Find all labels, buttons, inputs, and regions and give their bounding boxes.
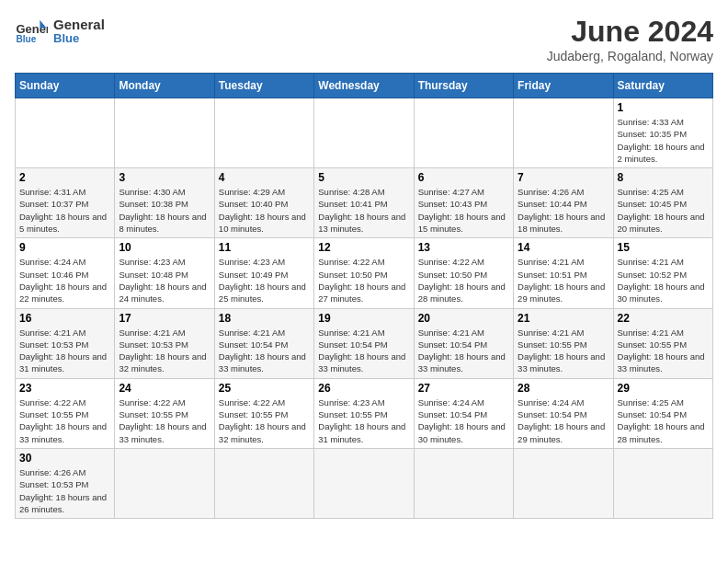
day-number: 20 [418, 312, 509, 325]
day-info: Sunrise: 4:22 AM Sunset: 10:50 PM Daylig… [418, 256, 509, 304]
calendar-day: 5Sunrise: 4:28 AM Sunset: 10:41 PM Dayli… [314, 168, 414, 238]
calendar-table: SundayMondayTuesdayWednesdayThursdayFrid… [15, 73, 713, 519]
day-number: 22 [618, 312, 709, 325]
day-number: 4 [219, 171, 310, 184]
day-info: Sunrise: 4:24 AM Sunset: 10:54 PM Daylig… [518, 396, 609, 445]
day-info: Sunrise: 4:23 AM Sunset: 10:55 PM Daylig… [318, 396, 409, 445]
calendar-day: 12Sunrise: 4:22 AM Sunset: 10:50 PM Dayl… [314, 238, 414, 308]
calendar-day: 27Sunrise: 4:24 AM Sunset: 10:54 PM Dayl… [414, 378, 513, 448]
calendar-day: 25Sunrise: 4:22 AM Sunset: 10:55 PM Dayl… [214, 378, 313, 448]
day-number: 9 [19, 241, 110, 254]
calendar-day: 15Sunrise: 4:21 AM Sunset: 10:52 PM Dayl… [613, 238, 712, 308]
day-info: Sunrise: 4:22 AM Sunset: 10:55 PM Daylig… [19, 396, 110, 445]
day-info: Sunrise: 4:23 AM Sunset: 10:48 PM Daylig… [119, 256, 210, 304]
weekday-header: Tuesday [214, 74, 313, 98]
day-info: Sunrise: 4:23 AM Sunset: 10:49 PM Daylig… [219, 256, 310, 304]
weekday-header: Thursday [414, 74, 513, 98]
day-number: 26 [318, 382, 409, 395]
day-number: 15 [618, 241, 709, 254]
day-number: 29 [618, 382, 709, 395]
empty-day [314, 448, 414, 518]
calendar-day: 4Sunrise: 4:29 AM Sunset: 10:40 PM Dayli… [214, 168, 313, 238]
day-info: Sunrise: 4:21 AM Sunset: 10:53 PM Daylig… [19, 327, 110, 375]
calendar-day: 22Sunrise: 4:21 AM Sunset: 10:55 PM Dayl… [613, 308, 712, 378]
calendar-day: 11Sunrise: 4:23 AM Sunset: 10:49 PM Dayl… [214, 238, 313, 308]
empty-day [115, 98, 214, 168]
day-number: 1 [618, 101, 709, 114]
calendar-day: 28Sunrise: 4:24 AM Sunset: 10:54 PM Dayl… [514, 378, 613, 448]
empty-day [514, 448, 613, 518]
logo: General Blue General Blue [15, 15, 105, 48]
logo-general-text: General [53, 17, 105, 33]
empty-day [414, 98, 513, 168]
calendar-day: 16Sunrise: 4:21 AM Sunset: 10:53 PM Dayl… [16, 308, 115, 378]
day-info: Sunrise: 4:26 AM Sunset: 10:53 PM Daylig… [19, 466, 110, 515]
day-number: 25 [219, 382, 310, 395]
weekday-header: Friday [514, 74, 613, 98]
day-info: Sunrise: 4:21 AM Sunset: 10:53 PM Daylig… [119, 327, 210, 375]
day-number: 19 [318, 312, 409, 325]
day-number: 21 [518, 312, 609, 325]
day-number: 7 [518, 171, 609, 184]
day-info: Sunrise: 4:24 AM Sunset: 10:46 PM Daylig… [19, 256, 110, 304]
calendar-day: 26Sunrise: 4:23 AM Sunset: 10:55 PM Dayl… [314, 378, 414, 448]
weekday-header: Wednesday [314, 74, 414, 98]
day-number: 27 [418, 382, 509, 395]
day-number: 11 [219, 241, 310, 254]
day-info: Sunrise: 4:21 AM Sunset: 10:54 PM Daylig… [418, 327, 509, 375]
day-number: 12 [318, 241, 409, 254]
empty-day [514, 98, 613, 168]
day-number: 3 [119, 171, 210, 184]
location-subtitle: Judaberg, Rogaland, Norway [547, 49, 713, 63]
day-info: Sunrise: 4:21 AM Sunset: 10:54 PM Daylig… [318, 327, 409, 375]
day-info: Sunrise: 4:26 AM Sunset: 10:44 PM Daylig… [518, 186, 609, 235]
day-number: 30 [19, 452, 110, 465]
svg-text:Blue: Blue [16, 34, 36, 44]
calendar-day: 1Sunrise: 4:33 AM Sunset: 10:35 PM Dayli… [613, 98, 712, 168]
page-header: General Blue General Blue June 2024 Juda… [15, 15, 713, 63]
day-number: 16 [19, 312, 110, 325]
weekday-header: Sunday [16, 74, 115, 98]
day-number: 8 [618, 171, 709, 184]
day-info: Sunrise: 4:22 AM Sunset: 10:55 PM Daylig… [219, 396, 310, 445]
empty-day [214, 448, 313, 518]
day-info: Sunrise: 4:25 AM Sunset: 10:54 PM Daylig… [618, 396, 709, 445]
calendar-day: 6Sunrise: 4:27 AM Sunset: 10:43 PM Dayli… [414, 168, 513, 238]
logo-blue-text: Blue [53, 32, 105, 45]
day-info: Sunrise: 4:22 AM Sunset: 10:50 PM Daylig… [318, 256, 409, 304]
calendar-day: 23Sunrise: 4:22 AM Sunset: 10:55 PM Dayl… [16, 378, 115, 448]
empty-day [314, 98, 414, 168]
calendar-header: SundayMondayTuesdayWednesdayThursdayFrid… [16, 74, 713, 98]
day-number: 18 [219, 312, 310, 325]
day-number: 23 [19, 382, 110, 395]
weekday-header: Saturday [613, 74, 712, 98]
empty-day [613, 448, 712, 518]
calendar-day: 21Sunrise: 4:21 AM Sunset: 10:55 PM Dayl… [514, 308, 613, 378]
day-number: 6 [418, 171, 509, 184]
empty-day [16, 98, 115, 168]
logo-icon: General Blue [15, 15, 48, 48]
calendar-day: 20Sunrise: 4:21 AM Sunset: 10:54 PM Dayl… [414, 308, 513, 378]
empty-day [115, 448, 214, 518]
calendar-day: 29Sunrise: 4:25 AM Sunset: 10:54 PM Dayl… [613, 378, 712, 448]
calendar-day: 19Sunrise: 4:21 AM Sunset: 10:54 PM Dayl… [314, 308, 414, 378]
month-title: June 2024 [547, 15, 713, 49]
calendar-day: 3Sunrise: 4:30 AM Sunset: 10:38 PM Dayli… [115, 168, 214, 238]
calendar-day: 8Sunrise: 4:25 AM Sunset: 10:45 PM Dayli… [613, 168, 712, 238]
calendar-day: 14Sunrise: 4:21 AM Sunset: 10:51 PM Dayl… [514, 238, 613, 308]
day-info: Sunrise: 4:31 AM Sunset: 10:37 PM Daylig… [19, 186, 110, 235]
empty-day [414, 448, 513, 518]
day-number: 10 [119, 241, 210, 254]
calendar-day: 24Sunrise: 4:22 AM Sunset: 10:55 PM Dayl… [115, 378, 214, 448]
day-info: Sunrise: 4:33 AM Sunset: 10:35 PM Daylig… [618, 116, 709, 165]
weekday-header: Monday [115, 74, 214, 98]
day-number: 28 [518, 382, 609, 395]
calendar-day: 17Sunrise: 4:21 AM Sunset: 10:53 PM Dayl… [115, 308, 214, 378]
calendar-day: 30Sunrise: 4:26 AM Sunset: 10:53 PM Dayl… [16, 448, 115, 518]
day-info: Sunrise: 4:25 AM Sunset: 10:45 PM Daylig… [618, 186, 709, 235]
day-number: 14 [518, 241, 609, 254]
day-info: Sunrise: 4:28 AM Sunset: 10:41 PM Daylig… [318, 186, 409, 235]
day-info: Sunrise: 4:22 AM Sunset: 10:55 PM Daylig… [119, 396, 210, 445]
day-info: Sunrise: 4:21 AM Sunset: 10:52 PM Daylig… [618, 256, 709, 304]
day-info: Sunrise: 4:21 AM Sunset: 10:54 PM Daylig… [219, 327, 310, 375]
